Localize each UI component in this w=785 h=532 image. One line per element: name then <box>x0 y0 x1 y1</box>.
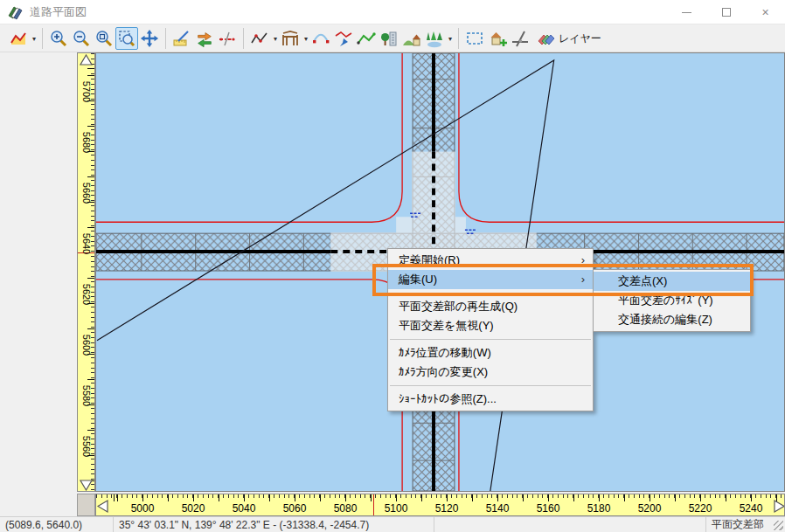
edit-submenu: 交差点(X) 平面交差のｻｲｽﾞ(Y) 交通接続の編集(Z) <box>593 269 751 332</box>
chevron-down-icon: ▾ <box>31 35 38 43</box>
flight-path-button[interactable] <box>332 27 355 50</box>
h-ruler-major-ticks <box>96 494 784 501</box>
minimize-button[interactable] <box>667 0 706 24</box>
menu-item-label: 交通接続の編集(Z) <box>618 313 712 326</box>
bridge-icon <box>279 27 302 50</box>
maximize-button[interactable] <box>706 0 746 24</box>
menu-item-label: ｶﾒﾗ位置の移動(W) <box>399 346 491 359</box>
vertical-alignment-icon <box>248 27 271 50</box>
chevron-down-icon: ▾ <box>447 35 454 43</box>
intersection-button[interactable] <box>509 27 531 50</box>
nav-profile-dropdown[interactable]: ▾ <box>7 27 38 50</box>
add-building-button[interactable] <box>486 27 509 50</box>
submenu-arrow-icon: › <box>581 270 585 289</box>
submenu-item-intersection-size[interactable]: 平面交差のｻｲｽﾞ(Y) <box>594 291 750 310</box>
forest-icon <box>423 27 446 50</box>
toolbar-separator <box>243 28 244 49</box>
maximize-icon <box>722 8 731 17</box>
h-ruler-right-arrow[interactable] <box>774 499 785 514</box>
menu-item-define-start[interactable]: 定義開始(R) › <box>388 251 593 270</box>
left-margin <box>0 52 77 516</box>
polyline-button[interactable] <box>355 27 378 50</box>
h-ruler-left-arrow[interactable] <box>97 499 108 514</box>
layers-label: レイヤー <box>559 31 601 46</box>
vertical-alignment-dropdown[interactable]: ▾ <box>248 27 279 50</box>
menu-separator <box>390 385 591 386</box>
layers-button[interactable]: レイヤー <box>537 29 601 48</box>
menu-item-label: ｼｮｰﾄｶｯﾄの参照(Z)... <box>399 392 497 405</box>
app-icon <box>7 4 23 20</box>
menu-item-change-camera-direction[interactable]: ｶﾒﾗ方向の変更(X) <box>388 363 593 382</box>
app-window: 道路平面図 × ▾ <box>0 0 785 532</box>
toolbar: ▾ <box>0 25 785 52</box>
v-ruler-major-ticks <box>87 53 94 491</box>
submenu-item-traffic-connection-edit[interactable]: 交通接続の編集(Z) <box>594 310 750 329</box>
v-ruler-up-arrow[interactable] <box>79 54 94 66</box>
menu-item-label: 平面交差を無視(Y) <box>399 319 494 332</box>
resize-grip[interactable] <box>774 521 783 530</box>
select-area-button[interactable] <box>463 27 486 50</box>
nav-profile-icon <box>7 27 30 50</box>
chevron-down-icon: ▾ <box>302 35 309 43</box>
status-bar: (5089.6, 5640.0) 35° 43' 03.1" N, 139° 4… <box>0 516 785 532</box>
bridge-dropdown[interactable]: ▾ <box>279 27 309 50</box>
menu-item-label: 編集(U) <box>399 273 437 286</box>
zoom-window-button[interactable] <box>93 27 115 50</box>
ruler-corner <box>77 494 95 516</box>
v-ruler-down-arrow[interactable] <box>79 480 94 491</box>
window-title: 道路平面図 <box>30 4 87 20</box>
pan-button[interactable] <box>138 27 161 50</box>
title-bar: 道路平面図 × <box>0 0 785 24</box>
toolbar-separator <box>42 28 43 49</box>
forest-dropdown[interactable]: ▾ <box>423 27 454 50</box>
layers-icon <box>537 29 556 48</box>
toolbar-separator <box>165 28 166 49</box>
menu-item-edit[interactable]: 編集(U) › <box>388 270 593 289</box>
menu-item-label: 交差点(X) <box>618 274 667 287</box>
swap-direction-button[interactable] <box>193 27 216 50</box>
horizontal-ruler[interactable]: 5000502050405060508051005120514051605180… <box>95 494 785 516</box>
menu-item-label: 平面交差のｻｲｽﾞ(Y) <box>618 294 713 307</box>
status-geo-coordinates: 35° 43' 03.1" N, 139° 48' 22.3" E - (-31… <box>114 517 434 532</box>
context-menu: 定義開始(R) › 編集(U) › 平面交差部の再生成(Q) 平面交差を無視(Y… <box>387 248 594 411</box>
menu-item-label: ｶﾒﾗ方向の変更(X) <box>399 365 488 378</box>
submenu-arrow-icon: › <box>581 251 585 270</box>
measure-button[interactable] <box>170 27 193 50</box>
toolbar-separator <box>458 28 459 49</box>
chevron-down-icon: ▾ <box>272 35 279 43</box>
menu-item-regenerate-intersection[interactable]: 平面交差部の再生成(Q) <box>388 297 593 316</box>
terrain-house-button[interactable] <box>400 27 423 50</box>
zoom-select-button[interactable] <box>115 27 138 50</box>
split-line-button[interactable] <box>216 27 239 50</box>
menu-separator <box>390 293 591 294</box>
menu-item-label: 平面交差部の再生成(Q) <box>399 300 518 313</box>
menu-item-ignore-intersection[interactable]: 平面交差を無視(Y) <box>388 316 593 335</box>
menu-item-shortcut-reference[interactable]: ｼｮｰﾄｶｯﾄの参照(Z)... <box>388 390 593 409</box>
zoom-in-button[interactable] <box>47 27 70 50</box>
zoom-out-button[interactable] <box>70 27 93 50</box>
tree-building-button[interactable] <box>378 27 400 50</box>
minimize-icon <box>682 12 691 13</box>
submenu-item-intersection-point[interactable]: 交差点(X) <box>594 272 750 291</box>
section-curve-button[interactable] <box>309 27 332 50</box>
status-empty-cell <box>434 517 706 532</box>
menu-item-move-camera-position[interactable]: ｶﾒﾗ位置の移動(W) <box>388 343 593 363</box>
close-icon: × <box>761 6 768 18</box>
menu-item-label: 定義開始(R) <box>399 253 460 266</box>
close-button[interactable]: × <box>746 0 785 24</box>
vertical-ruler[interactable]: 57005680566056405620560055805560 <box>77 52 95 492</box>
status-cursor-coordinates: (5089.6, 5640.0) <box>0 517 114 532</box>
h-ruler-cursor-marker <box>373 494 374 515</box>
menu-separator <box>390 339 591 340</box>
